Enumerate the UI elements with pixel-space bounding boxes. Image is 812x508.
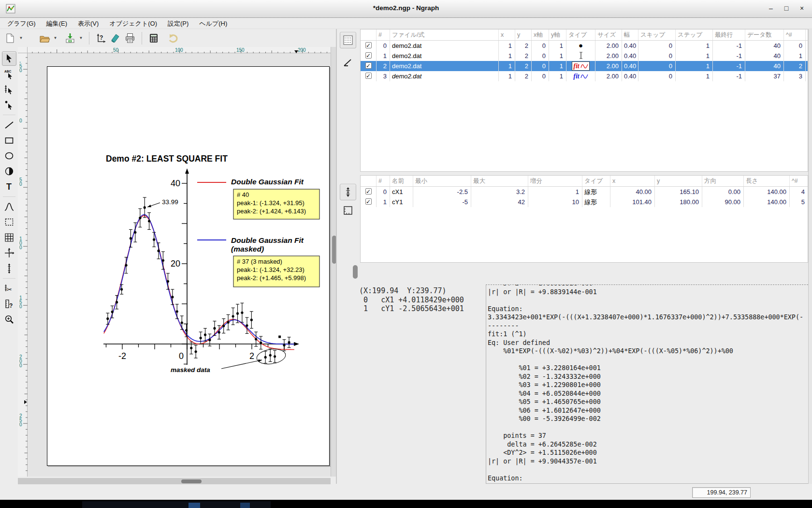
output-console-scrollbar[interactable] (808, 29, 812, 484)
tool-trim[interactable]: ✂ (2, 281, 16, 296)
frame-axis-tool-button[interactable] (340, 202, 356, 219)
minimize-button[interactable]: ‒ (765, 2, 777, 15)
file-table-row[interactable]: ✓1demo2.dat12012.000.4001-1401 (361, 51, 808, 61)
tool-legend-select[interactable]: ABC (2, 67, 16, 81)
menu-item-4[interactable]: 設定(P) (162, 18, 194, 29)
cell: 1 (499, 61, 515, 71)
new-file-button[interactable] (3, 31, 17, 45)
menu-item-0[interactable]: グラフ(G) (2, 18, 41, 29)
undo-button[interactable] (166, 31, 180, 45)
file-col-header-13[interactable]: データ数 (745, 30, 784, 40)
file-col-header-12[interactable]: 最終行 (713, 30, 745, 40)
axis-col-header-9[interactable]: 方向 (702, 176, 744, 186)
enabled-checkbox[interactable]: ✓ (365, 42, 372, 48)
axis-col-header-0[interactable] (361, 176, 377, 186)
axis-panel-scrollbar-thumb[interactable] (353, 265, 358, 279)
enabled-checkbox[interactable]: ✓ (365, 73, 372, 79)
cell: 1 (549, 71, 566, 81)
enabled-checkbox[interactable]: ✓ (365, 62, 372, 69)
menu-item-3[interactable]: オブジェクト(O) (104, 18, 162, 29)
save-file-button[interactable] (63, 31, 77, 45)
svg-text:# 40: # 40 (237, 191, 249, 198)
tool-text[interactable]: T (2, 179, 16, 194)
os-taskbar[interactable] (0, 500, 812, 508)
open-file-dropdown[interactable]: ▼ (52, 31, 59, 45)
print-button[interactable] (123, 31, 137, 45)
axis-col-header-8[interactable]: y (655, 176, 702, 186)
enabled-checkbox[interactable]: ✓ (365, 52, 372, 59)
file-col-header-4[interactable]: y (515, 30, 532, 40)
line-tool-button[interactable] (340, 54, 356, 71)
tool-axis-select[interactable] (2, 82, 16, 97)
file-col-header-6[interactable]: y軸 (549, 30, 566, 40)
axis-table-row[interactable]: ✓0cX1-2.53.21線形40.00165.100.00140.004 (361, 187, 808, 197)
file-col-header-10[interactable]: スキップ (638, 30, 676, 40)
file-list-tool-button[interactable] (340, 32, 356, 48)
horizontal-scrollbar-thumb[interactable] (181, 479, 202, 483)
axis-col-header-7[interactable]: x (610, 176, 655, 186)
axis-col-header-1[interactable]: # (377, 176, 390, 186)
file-col-header-5[interactable]: x軸 (532, 30, 549, 40)
cell: 140.00 (744, 187, 790, 197)
cell: -5 (413, 197, 471, 207)
file-col-header-1[interactable]: # (377, 30, 390, 40)
file-table-row[interactable]: ✓3demo2.dat1201fit2.000.4001-1373 (361, 71, 808, 81)
data-sheet-button[interactable] (146, 31, 161, 45)
menu-item-5[interactable]: ヘルプ(H) (194, 18, 232, 29)
enabled-checkbox[interactable]: ✓ (365, 198, 372, 205)
tool-measure[interactable]: ? (2, 297, 16, 311)
axis-col-header-3[interactable]: 最小 (413, 176, 471, 186)
close-button[interactable]: × (796, 2, 808, 15)
cell: 0 (638, 61, 676, 71)
tool-select[interactable] (2, 51, 16, 66)
data-list-icon (343, 35, 353, 45)
canvas-horizontal-scrollbar[interactable] (18, 478, 331, 485)
graph-page[interactable]: Demo #2: LEAST SQUARE FIT-2024020Double … (47, 66, 330, 466)
axis-col-header-5[interactable]: 増分 (528, 176, 582, 186)
titlebar: *demo2.ngp - Ngraph ‒ □ × (0, 0, 812, 18)
tool-arc[interactable] (2, 164, 16, 179)
axis-table-body: ✓0cX1-2.53.21線形40.00165.100.00140.004✓1c… (361, 187, 808, 207)
window-title: *demo2.ngp - Ngraph (0, 4, 812, 12)
axis-col-header-10[interactable]: 長さ (744, 176, 790, 186)
tool-ellipse[interactable] (2, 149, 16, 163)
clear-graph-button[interactable] (108, 31, 123, 45)
enabled-checkbox[interactable]: ✓ (365, 188, 372, 194)
file-col-header-11[interactable]: ステップ (676, 30, 713, 40)
frame-axis-icon (343, 205, 353, 216)
axis-col-header-2[interactable]: 名前 (390, 176, 413, 186)
tool-axes[interactable] (2, 246, 16, 260)
tool-single-axis[interactable] (2, 261, 16, 276)
file-col-header-3[interactable]: x (499, 30, 515, 40)
file-col-header-2[interactable]: ファイル/式 (390, 30, 499, 40)
tool-gauss[interactable] (2, 199, 16, 214)
tool-zoom[interactable] (2, 312, 16, 327)
new-file-dropdown[interactable]: ▼ (17, 31, 25, 45)
tool-grid[interactable] (2, 230, 16, 245)
file-table-row[interactable]: ✓2demo2.dat1201fit2.000.4001-1402 (361, 61, 808, 71)
menu-item-1[interactable]: 編集(E) (41, 18, 72, 29)
tool-data-select[interactable] (2, 98, 16, 112)
menu-item-2[interactable]: 表示(V) (72, 18, 104, 29)
axis-col-header-11[interactable]: ^# (790, 176, 808, 186)
axis-col-header-4[interactable]: 最大 (471, 176, 528, 186)
file-col-header-8[interactable]: サイズ (595, 30, 622, 40)
file-col-header-7[interactable]: タイプ (566, 30, 595, 40)
axis-col-header-6[interactable]: タイプ (582, 176, 610, 186)
drawing-canvas-area[interactable]: Demo #2: LEAST SQUARE FIT-2024020Double … (28, 53, 331, 477)
fit-output-console[interactable]: <DY^2> = +1.6899352e+000 |r| or |R| = +9… (486, 284, 808, 484)
statusbar: 199.94, 239.77 (0, 484, 812, 500)
file-col-header-14[interactable]: ^# (784, 30, 806, 40)
axis-tool-button[interactable] (340, 184, 356, 200)
axis-table-row[interactable]: ✓1cY1-54210線形101.40180.0090.00140.005 (361, 197, 808, 207)
tool-frame[interactable] (2, 215, 16, 229)
save-file-dropdown[interactable]: ▼ (77, 31, 85, 45)
maximize-button[interactable]: □ (780, 2, 793, 15)
file-col-header-0[interactable] (361, 30, 377, 40)
file-col-header-9[interactable]: 幅 (622, 30, 638, 40)
open-file-button[interactable] (37, 31, 52, 45)
scale-settings-button[interactable]: ? (94, 31, 108, 45)
file-table-row[interactable]: ✓0demo2.dat1201●2.000.4001-1400 (361, 41, 808, 51)
tool-rectangle[interactable] (2, 133, 16, 148)
tool-line[interactable] (2, 118, 16, 132)
